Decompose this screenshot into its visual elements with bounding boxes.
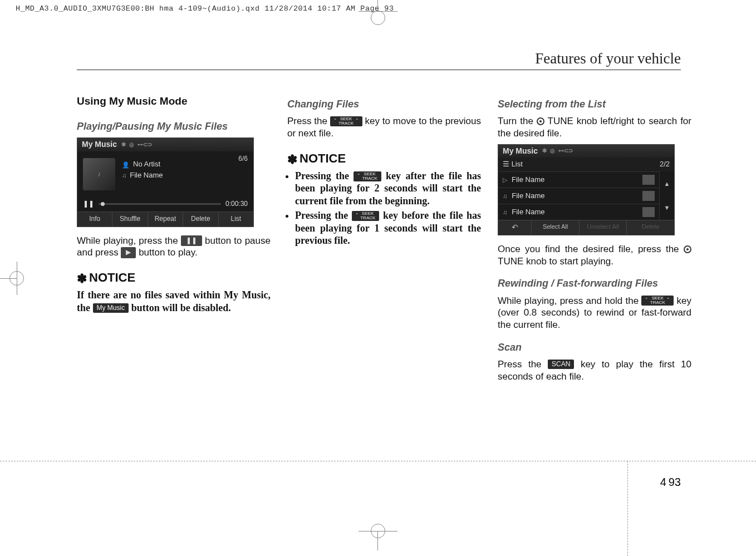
subheading-changing-files: Changing Files <box>287 98 481 111</box>
btn-delete[interactable]: Delete <box>183 212 218 226</box>
column-3: Selecting from the List Turn the TUNE kn… <box>498 95 691 387</box>
tune-knob-icon <box>537 117 544 125</box>
notice2-bullet-1: Pressing the ˅ SEEKTRACK key after the f… <box>295 170 481 208</box>
subheading-play-pause: Playing/Pausing My Music Files <box>77 120 271 133</box>
note-icon-2: ♫ <box>503 192 507 200</box>
btn-info[interactable]: Info <box>77 212 112 226</box>
artist-icon: 👤 <box>122 161 130 169</box>
status-icons: ✱ ◎ ⊷⊂⊃ <box>121 141 152 149</box>
my-music-key: My Music <box>93 303 129 313</box>
seek-track-key-down: ˅ SEEKTRACK <box>354 171 381 181</box>
scroll-down[interactable]: ▼ <box>660 196 674 220</box>
para-tune-play: Once you find the desired file, press th… <box>498 243 691 268</box>
back-button[interactable]: ↶ <box>498 220 532 235</box>
player-title: My Music <box>82 140 117 150</box>
qxd-header: H_MD_A3.0_AUDIO_3XMU7G3E00:BH hma 4-109~… <box>16 4 394 13</box>
btn-shuffle[interactable]: Shuffle <box>112 212 148 226</box>
player-bottom-bar: Info Shuffle Repeat Delete List <box>77 211 253 226</box>
para-play-pause: While playing, press the ❚❚ button to pa… <box>77 235 271 259</box>
btn-delete-2[interactable]: Delete <box>627 220 674 235</box>
para-changing-files: Press the ˅ SEEKTRACK ˄ key to move to t… <box>287 115 481 140</box>
notice2-bullet-2: Pressing the ˅ SEEKTRACK key before the … <box>295 209 481 247</box>
usb-icon: ⊷⊂⊃ <box>138 141 152 149</box>
crop-mark-left <box>0 262 33 295</box>
elapsed-time: 0:00:30 <box>225 200 248 208</box>
title-rule <box>77 70 681 70</box>
seek-track-key-hold: ˅ SEEKTRACK ˄ <box>641 296 674 306</box>
page-number: 493 <box>660 476 681 489</box>
subheading-selecting-list: Selecting from the List <box>498 98 691 111</box>
scroll-up[interactable]: ▲ <box>660 171 674 196</box>
artist-name: No Artist <box>133 160 160 169</box>
file-name: File Name <box>130 171 163 180</box>
fold-line-vertical <box>627 461 628 556</box>
seek-track-key-down-2: ˅ SEEKTRACK <box>352 211 379 221</box>
para-scan: Press the SCAN key to play the first 10 … <box>498 358 691 383</box>
play-button-icon: ▶ <box>121 247 136 258</box>
seek-track-key: ˅ SEEKTRACK ˄ <box>330 116 362 126</box>
screenshot-my-music-player: My Music ✱ ◎ ⊷⊂⊃ 6/6 ♪ 👤No Artist ♫File … <box>77 137 254 227</box>
list-titlebar: My Music ✱ ◎ ⊷⊂⊃ <box>498 145 674 158</box>
target-icon-2: ◎ <box>550 147 555 155</box>
note-icon-3: ♫ <box>503 208 507 216</box>
file-row-2[interactable]: ♫ File Name <box>498 188 659 204</box>
notice-body-1: If there are no files saved within My Mu… <box>77 289 271 314</box>
bluetooth-icon: ✱ <box>121 141 126 149</box>
play-circle-icon: ▷ <box>503 176 507 184</box>
album-art: ♪ <box>83 158 115 190</box>
notice-heading-2: ✽NOTICE <box>287 151 481 168</box>
status-icons-2: ✱ ◎ ⊷⊂⊃ <box>542 147 573 155</box>
notice-star-icon: ✽ <box>77 272 87 286</box>
list-counter: 2/2 <box>660 160 670 169</box>
player-titlebar: My Music ✱ ◎ ⊷⊂⊃ <box>77 138 253 151</box>
column-2: Changing Files Press the ˅ SEEKTRACK ˄ k… <box>287 95 481 387</box>
pause-indicator-icon: ❚❚ <box>83 200 94 208</box>
column-1: Using My Music Mode Playing/Pausing My M… <box>77 95 271 387</box>
file-row-3[interactable]: ♫ File Name <box>498 204 659 220</box>
page-title: Features of your vehicle <box>535 50 681 67</box>
track-counter: 6/6 <box>238 155 248 163</box>
crop-mark-bottom <box>359 517 397 550</box>
scan-key: SCAN <box>548 360 574 369</box>
row-thumb <box>642 175 655 185</box>
fold-line-horizontal <box>0 461 756 461</box>
play-bar: ❚❚ 0:00:30 <box>83 200 248 208</box>
subheading-scan: Scan <box>498 341 691 354</box>
para-tune-search: Turn the TUNE knob left/right to search … <box>498 115 691 140</box>
scroll-column: ▲ ▼ <box>659 171 674 220</box>
page-title-area: Features of your vehicle <box>535 50 681 67</box>
list-bottom-bar: ↶ Select All Unselect All Delete <box>498 220 674 235</box>
file-row-1[interactable]: ▷ File Name <box>498 171 659 188</box>
list-title: My Music <box>503 146 538 156</box>
target-icon: ◎ <box>129 141 134 149</box>
btn-list[interactable]: List <box>219 212 253 226</box>
list-icon: ☰ <box>503 160 512 168</box>
btn-unselect-all[interactable]: Unselect All <box>580 220 627 235</box>
crop-mark-top <box>359 0 397 28</box>
row-thumb <box>642 191 655 201</box>
row-thumb <box>642 207 655 217</box>
usb-icon-2: ⊷⊂⊃ <box>558 147 573 155</box>
notice-heading-1: ✽NOTICE <box>77 270 271 287</box>
heading-using-my-music: Using My Music Mode <box>77 95 271 108</box>
notice-star-icon-2: ✽ <box>287 152 297 166</box>
notice-body-2: Pressing the ˅ SEEKTRACK key after the f… <box>287 170 481 247</box>
screenshot-my-music-list: My Music ✱ ◎ ⊷⊂⊃ ☰ List 2/2 ▷ File Name <box>498 144 675 235</box>
list-header: ☰ List 2/2 <box>498 158 674 171</box>
bluetooth-icon-2: ✱ <box>542 147 547 155</box>
note-icon: ♫ <box>122 171 126 179</box>
pause-button-icon: ❚❚ <box>181 235 202 246</box>
btn-repeat[interactable]: Repeat <box>148 212 183 226</box>
tune-knob-icon-2 <box>684 245 691 253</box>
subheading-rew-ff: Rewinding / Fast-forwarding Files <box>498 277 691 290</box>
btn-select-all[interactable]: Select All <box>532 220 580 235</box>
para-rew-ff: While playing, press and hold the ˅ SEEK… <box>498 295 691 331</box>
